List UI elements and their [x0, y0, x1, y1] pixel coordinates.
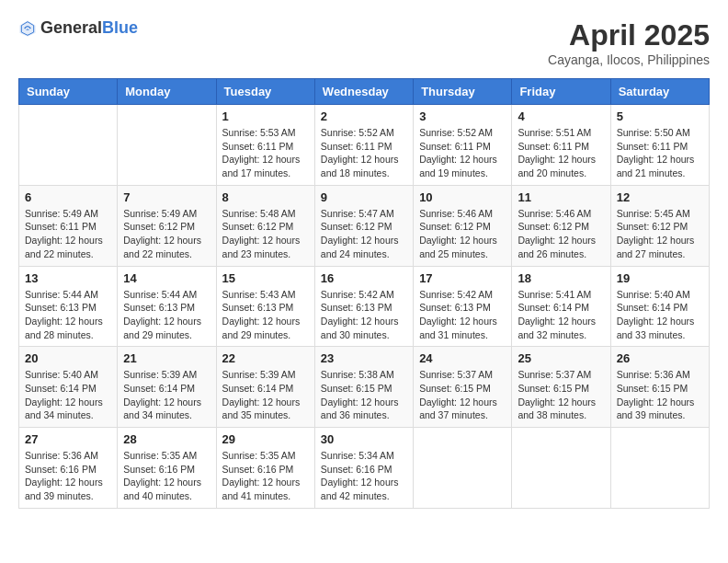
day-number: 30: [321, 432, 407, 446]
calendar-week-4: 20Sunrise: 5:40 AM Sunset: 6:14 PM Dayli…: [19, 347, 710, 428]
day-number: 20: [25, 351, 111, 365]
day-number: 14: [123, 271, 210, 285]
day-number: 23: [321, 351, 407, 365]
calendar-cell: 4Sunrise: 5:51 AM Sunset: 6:11 PM Daylig…: [512, 105, 610, 186]
calendar-cell: 14Sunrise: 5:44 AM Sunset: 6:13 PM Dayli…: [118, 266, 216, 347]
day-number: 11: [518, 190, 604, 204]
calendar-cell: 11Sunrise: 5:46 AM Sunset: 6:12 PM Dayli…: [512, 185, 610, 266]
day-info: Sunrise: 5:45 AM Sunset: 6:12 PM Dayligh…: [617, 207, 703, 261]
day-number: 2: [321, 109, 407, 123]
day-info: Sunrise: 5:40 AM Sunset: 6:14 PM Dayligh…: [617, 288, 703, 342]
calendar-cell: 18Sunrise: 5:41 AM Sunset: 6:14 PM Dayli…: [512, 266, 610, 347]
calendar-cell: 15Sunrise: 5:43 AM Sunset: 6:13 PM Dayli…: [216, 266, 314, 347]
day-number: 7: [123, 190, 210, 204]
calendar-cell: 7Sunrise: 5:49 AM Sunset: 6:12 PM Daylig…: [118, 185, 216, 266]
day-number: 15: [222, 271, 309, 285]
day-number: 3: [419, 109, 506, 123]
calendar-cell: 1Sunrise: 5:53 AM Sunset: 6:11 PM Daylig…: [216, 105, 314, 186]
day-number: 12: [617, 190, 703, 204]
day-info: Sunrise: 5:43 AM Sunset: 6:13 PM Dayligh…: [222, 288, 309, 342]
day-info: Sunrise: 5:38 AM Sunset: 6:15 PM Dayligh…: [321, 368, 407, 422]
day-info: Sunrise: 5:34 AM Sunset: 6:16 PM Dayligh…: [321, 449, 407, 503]
calendar-cell: 2Sunrise: 5:52 AM Sunset: 6:11 PM Daylig…: [314, 105, 413, 186]
col-wednesday: Wednesday: [314, 79, 413, 105]
calendar-cell: 29Sunrise: 5:35 AM Sunset: 6:16 PM Dayli…: [216, 428, 314, 509]
calendar-cell: 28Sunrise: 5:35 AM Sunset: 6:16 PM Dayli…: [118, 428, 216, 509]
day-number: 17: [419, 271, 506, 285]
calendar-week-3: 13Sunrise: 5:44 AM Sunset: 6:13 PM Dayli…: [19, 266, 710, 347]
calendar-week-2: 6Sunrise: 5:49 AM Sunset: 6:11 PM Daylig…: [19, 185, 710, 266]
calendar-cell: 22Sunrise: 5:39 AM Sunset: 6:14 PM Dayli…: [216, 347, 314, 428]
day-number: 4: [518, 109, 604, 123]
day-number: 26: [617, 351, 703, 365]
day-info: Sunrise: 5:52 AM Sunset: 6:11 PM Dayligh…: [419, 126, 506, 180]
calendar-cell: 6Sunrise: 5:49 AM Sunset: 6:11 PM Daylig…: [19, 185, 118, 266]
col-saturday: Saturday: [610, 79, 709, 105]
day-number: 21: [123, 351, 210, 365]
day-info: Sunrise: 5:36 AM Sunset: 6:16 PM Dayligh…: [25, 449, 111, 503]
day-number: 1: [222, 109, 309, 123]
day-number: 25: [518, 351, 604, 365]
calendar-cell: [610, 428, 709, 509]
day-info: Sunrise: 5:52 AM Sunset: 6:11 PM Dayligh…: [321, 126, 407, 180]
day-info: Sunrise: 5:40 AM Sunset: 6:14 PM Dayligh…: [25, 368, 111, 422]
logo: GeneralBlue: [18, 18, 138, 38]
day-info: Sunrise: 5:35 AM Sunset: 6:16 PM Dayligh…: [123, 449, 210, 503]
col-sunday: Sunday: [19, 79, 118, 105]
calendar-cell: 9Sunrise: 5:47 AM Sunset: 6:12 PM Daylig…: [314, 185, 413, 266]
logo-blue-text: Blue: [102, 18, 138, 37]
day-number: 10: [419, 190, 506, 204]
calendar-cell: 3Sunrise: 5:52 AM Sunset: 6:11 PM Daylig…: [414, 105, 512, 186]
day-number: 16: [321, 271, 407, 285]
calendar-cell: 16Sunrise: 5:42 AM Sunset: 6:13 PM Dayli…: [314, 266, 413, 347]
calendar-cell: 17Sunrise: 5:42 AM Sunset: 6:13 PM Dayli…: [414, 266, 512, 347]
day-info: Sunrise: 5:49 AM Sunset: 6:12 PM Dayligh…: [123, 207, 210, 261]
day-info: Sunrise: 5:49 AM Sunset: 6:11 PM Dayligh…: [25, 207, 111, 261]
day-info: Sunrise: 5:42 AM Sunset: 6:13 PM Dayligh…: [419, 288, 506, 342]
logo-general-text: General: [40, 18, 102, 37]
logo-icon: [18, 19, 37, 38]
calendar-week-1: 1Sunrise: 5:53 AM Sunset: 6:11 PM Daylig…: [19, 105, 710, 186]
day-info: Sunrise: 5:47 AM Sunset: 6:12 PM Dayligh…: [321, 207, 407, 261]
day-info: Sunrise: 5:53 AM Sunset: 6:11 PM Dayligh…: [222, 126, 309, 180]
page-header: GeneralBlue April 2025 Cayanga, Ilocos, …: [18, 18, 710, 67]
logo-text: GeneralBlue: [40, 18, 138, 38]
header-row: Sunday Monday Tuesday Wednesday Thursday…: [19, 79, 710, 105]
day-info: Sunrise: 5:36 AM Sunset: 6:15 PM Dayligh…: [617, 368, 703, 422]
day-info: Sunrise: 5:46 AM Sunset: 6:12 PM Dayligh…: [518, 207, 604, 261]
day-info: Sunrise: 5:37 AM Sunset: 6:15 PM Dayligh…: [419, 368, 506, 422]
day-number: 27: [25, 432, 111, 446]
month-title: April 2025: [548, 18, 710, 52]
calendar-cell: 5Sunrise: 5:50 AM Sunset: 6:11 PM Daylig…: [610, 105, 709, 186]
day-info: Sunrise: 5:50 AM Sunset: 6:11 PM Dayligh…: [617, 126, 703, 180]
calendar-cell: 23Sunrise: 5:38 AM Sunset: 6:15 PM Dayli…: [314, 347, 413, 428]
day-number: 18: [518, 271, 604, 285]
calendar-table: Sunday Monday Tuesday Wednesday Thursday…: [18, 78, 710, 509]
title-area: April 2025 Cayanga, Ilocos, Philippines: [548, 18, 710, 67]
day-info: Sunrise: 5:44 AM Sunset: 6:13 PM Dayligh…: [25, 288, 111, 342]
day-info: Sunrise: 5:41 AM Sunset: 6:14 PM Dayligh…: [518, 288, 604, 342]
day-number: 13: [25, 271, 111, 285]
day-info: Sunrise: 5:35 AM Sunset: 6:16 PM Dayligh…: [222, 449, 309, 503]
calendar-cell: [118, 105, 216, 186]
col-friday: Friday: [512, 79, 610, 105]
day-number: 28: [123, 432, 210, 446]
day-info: Sunrise: 5:42 AM Sunset: 6:13 PM Dayligh…: [321, 288, 407, 342]
day-info: Sunrise: 5:48 AM Sunset: 6:12 PM Dayligh…: [222, 207, 309, 261]
day-number: 24: [419, 351, 506, 365]
calendar-cell: 21Sunrise: 5:39 AM Sunset: 6:14 PM Dayli…: [118, 347, 216, 428]
svg-marker-0: [19, 20, 35, 36]
day-info: Sunrise: 5:44 AM Sunset: 6:13 PM Dayligh…: [123, 288, 210, 342]
calendar-cell: 30Sunrise: 5:34 AM Sunset: 6:16 PM Dayli…: [314, 428, 413, 509]
calendar-cell: [414, 428, 512, 509]
day-info: Sunrise: 5:46 AM Sunset: 6:12 PM Dayligh…: [419, 207, 506, 261]
calendar-cell: 25Sunrise: 5:37 AM Sunset: 6:15 PM Dayli…: [512, 347, 610, 428]
day-info: Sunrise: 5:51 AM Sunset: 6:11 PM Dayligh…: [518, 126, 604, 180]
day-number: 22: [222, 351, 309, 365]
col-thursday: Thursday: [414, 79, 512, 105]
calendar-cell: 12Sunrise: 5:45 AM Sunset: 6:12 PM Dayli…: [610, 185, 709, 266]
calendar-cell: 13Sunrise: 5:44 AM Sunset: 6:13 PM Dayli…: [19, 266, 118, 347]
col-monday: Monday: [118, 79, 216, 105]
calendar-cell: 20Sunrise: 5:40 AM Sunset: 6:14 PM Dayli…: [19, 347, 118, 428]
calendar-cell: 19Sunrise: 5:40 AM Sunset: 6:14 PM Dayli…: [610, 266, 709, 347]
